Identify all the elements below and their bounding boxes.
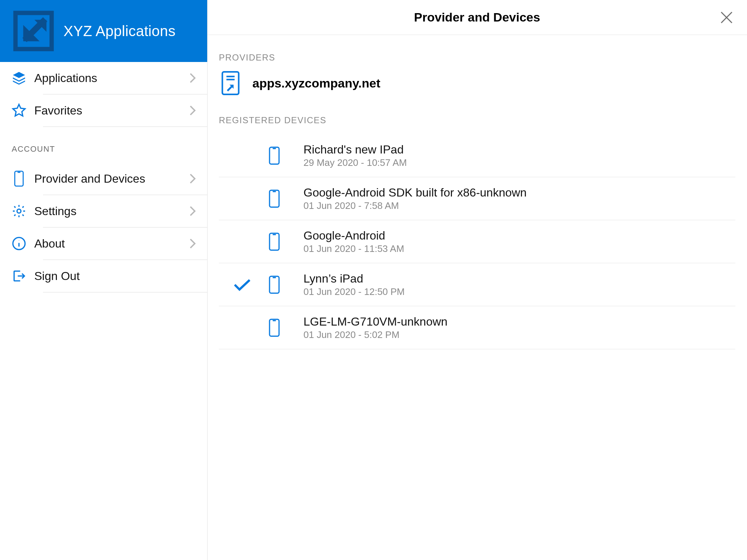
device-name: Google-Android bbox=[303, 229, 404, 242]
device-text: Richard's new IPad29 May 2020 - 10:57 AM bbox=[303, 143, 407, 168]
device-text: Google-Android01 Jun 2020 - 11:53 AM bbox=[303, 229, 404, 254]
device-time: 01 Jun 2020 - 11:53 AM bbox=[303, 243, 404, 254]
star-icon bbox=[10, 102, 28, 119]
chevron-right-icon bbox=[189, 105, 199, 116]
device-time: 01 Jun 2020 - 5:02 PM bbox=[303, 329, 448, 341]
device-name: Lynn’s iPad bbox=[303, 272, 405, 285]
close-button[interactable] bbox=[716, 7, 737, 28]
brand-title: XYZ Applications bbox=[63, 23, 175, 39]
device-name: Google-Android SDK built for x86-unknown bbox=[303, 186, 527, 199]
device-row[interactable]: Lynn’s iPad01 Jun 2020 - 12:50 PM bbox=[219, 263, 735, 306]
device-text: LGE-LM-G710VM-unknown01 Jun 2020 - 5:02 … bbox=[303, 315, 448, 341]
chevron-right-icon bbox=[189, 238, 199, 249]
device-row[interactable]: Google-Android01 Jun 2020 - 11:53 AM bbox=[219, 220, 735, 263]
device-icon bbox=[266, 189, 283, 208]
providers-label: PROVIDERS bbox=[219, 52, 735, 63]
provider-icon bbox=[219, 71, 242, 95]
sidebar-item-label: About bbox=[34, 237, 189, 250]
sign-out-icon bbox=[10, 267, 28, 285]
nav-primary: Applications Favorites bbox=[0, 62, 207, 127]
sidebar-item-provider-devices[interactable]: Provider and Devices bbox=[0, 163, 207, 195]
sidebar-item-applications[interactable]: Applications bbox=[0, 62, 207, 94]
device-text: Lynn’s iPad01 Jun 2020 - 12:50 PM bbox=[303, 272, 405, 298]
brand-header: XYZ Applications bbox=[0, 0, 207, 62]
svg-rect-24 bbox=[270, 319, 279, 336]
chevron-right-icon bbox=[189, 173, 199, 184]
svg-rect-12 bbox=[222, 72, 239, 94]
sidebar: XYZ Applications Applications bbox=[0, 0, 207, 560]
svg-rect-4 bbox=[15, 171, 23, 186]
sidebar-item-label: Sign Out bbox=[34, 269, 199, 283]
sidebar-item-label: Favorites bbox=[34, 104, 189, 117]
sidebar-item-about[interactable]: About bbox=[0, 228, 207, 260]
device-row[interactable]: LGE-LM-G710VM-unknown01 Jun 2020 - 5:02 … bbox=[219, 306, 735, 349]
svg-rect-18 bbox=[270, 190, 279, 207]
device-row[interactable]: Richard's new IPad29 May 2020 - 10:57 AM bbox=[219, 134, 735, 177]
device-icon bbox=[266, 318, 283, 337]
sidebar-item-label: Settings bbox=[34, 205, 189, 218]
gear-icon bbox=[10, 202, 28, 220]
device-time: 29 May 2020 - 10:57 AM bbox=[303, 157, 407, 168]
sidebar-item-settings[interactable]: Settings bbox=[0, 195, 207, 227]
sidebar-item-label: Provider and Devices bbox=[34, 172, 189, 186]
provider-name: apps.xyzcompany.net bbox=[252, 76, 380, 90]
divider bbox=[43, 292, 207, 292]
chevron-right-icon bbox=[189, 206, 199, 217]
provider-row[interactable]: apps.xyzcompany.net bbox=[219, 71, 735, 95]
device-time: 01 Jun 2020 - 7:58 AM bbox=[303, 200, 527, 211]
close-icon bbox=[719, 9, 735, 26]
sidebar-item-sign-out[interactable]: Sign Out bbox=[0, 260, 207, 292]
device-text: Google-Android SDK built for x86-unknown… bbox=[303, 186, 527, 211]
main-header: Provider and Devices bbox=[207, 0, 747, 35]
sidebar-item-label: Applications bbox=[34, 71, 189, 85]
device-name: Richard's new IPad bbox=[303, 143, 407, 156]
svg-rect-22 bbox=[270, 276, 279, 293]
svg-rect-16 bbox=[270, 147, 279, 164]
device-icon bbox=[266, 275, 283, 294]
phone-icon bbox=[10, 170, 28, 187]
svg-rect-20 bbox=[270, 233, 279, 250]
device-time: 01 Jun 2020 - 12:50 PM bbox=[303, 286, 405, 298]
device-list: Richard's new IPad29 May 2020 - 10:57 AM… bbox=[219, 134, 735, 349]
nav-account: Provider and Devices Settings bbox=[0, 163, 207, 292]
device-row[interactable]: Google-Android SDK built for x86-unknown… bbox=[219, 177, 735, 220]
main-panel: Provider and Devices PROVIDERS bbox=[207, 0, 747, 560]
device-icon bbox=[266, 146, 283, 165]
devices-label: REGISTERED DEVICES bbox=[219, 115, 735, 125]
app-root: XYZ Applications Applications bbox=[0, 0, 747, 560]
current-device-check-icon bbox=[219, 277, 266, 292]
brand-logo-icon bbox=[10, 8, 57, 54]
sidebar-section-account: ACCOUNT bbox=[0, 127, 207, 163]
layers-icon bbox=[10, 69, 28, 87]
svg-point-6 bbox=[17, 209, 21, 213]
sidebar-item-favorites[interactable]: Favorites bbox=[0, 94, 207, 127]
device-icon bbox=[266, 232, 283, 251]
info-icon bbox=[10, 235, 28, 252]
content: PROVIDERS apps.xyzcompany.net REGISTERED… bbox=[207, 35, 747, 349]
page-title: Provider and Devices bbox=[414, 10, 540, 24]
device-name: LGE-LM-G710VM-unknown bbox=[303, 315, 448, 328]
chevron-right-icon bbox=[189, 73, 199, 83]
